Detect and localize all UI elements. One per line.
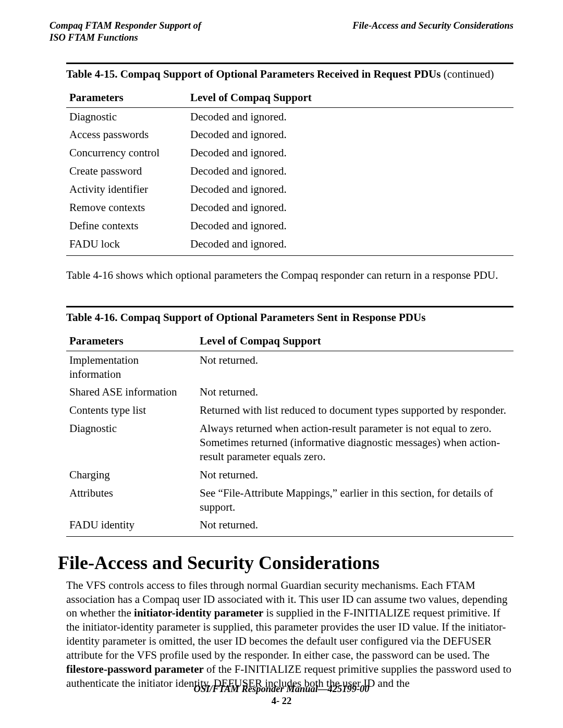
table-row: Activity identifierDecoded and ignored. <box>66 180 513 199</box>
param-cell: Attributes <box>66 484 197 516</box>
table-4-15-caption-main: Table 4-15. Compaq Support of Optional P… <box>66 68 440 80</box>
table-row: Implementation informationNot returned. <box>66 351 513 383</box>
param-cell: Concurrency control <box>66 144 187 162</box>
param-cell: Create password <box>66 162 187 180</box>
param-cell: FADU lock <box>66 235 187 255</box>
table-row: Shared ASE informationNot returned. <box>66 383 513 401</box>
table-4-15-col1: Parameters <box>66 89 187 108</box>
support-cell: Decoded and ignored. <box>187 144 513 162</box>
table-4-15: Table 4-15. Compaq Support of Optional P… <box>66 63 513 255</box>
table-row: DiagnosticAlways returned when action-re… <box>66 419 513 466</box>
table-row: Contents type listReturned with list red… <box>66 401 513 419</box>
table-4-16-col1: Parameters <box>66 332 197 351</box>
header-right-text: File-Access and Security Considerations <box>352 20 513 31</box>
param-cell: Diagnostic <box>66 107 187 126</box>
param-cell: Charging <box>66 466 197 484</box>
table-row: Remove contextsDecoded and ignored. <box>66 199 513 217</box>
table-row: FADU lockDecoded and ignored. <box>66 235 513 255</box>
param-cell: Remove contexts <box>66 199 187 217</box>
intertable-paragraph: Table 4-16 shows which optional paramete… <box>66 268 513 282</box>
param-cell: Implementation information <box>66 351 197 383</box>
section-heading: File-Access and Security Considerations <box>58 552 513 574</box>
table-row: FADU identityNot returned. <box>66 516 513 536</box>
table-row: Create passwordDecoded and ignored. <box>66 162 513 180</box>
support-cell: Not returned. <box>197 516 513 536</box>
table-row: AttributesSee “File-Attribute Mappings,”… <box>66 484 513 516</box>
body-bold-2: filestore-password parameter <box>66 663 204 675</box>
support-cell: Decoded and ignored. <box>187 126 513 144</box>
support-cell: Returned with list reduced to document t… <box>197 401 513 419</box>
table-4-15-body: DiagnosticDecoded and ignored.Access pas… <box>66 107 513 255</box>
footer-page-number: 4- 22 <box>0 695 563 707</box>
param-cell: Contents type list <box>66 401 197 419</box>
header-left-line2: ISO FTAM Functions <box>50 32 138 43</box>
support-cell: Not returned. <box>197 383 513 401</box>
page-header: Compaq FTAM Responder Support of ISO FTA… <box>50 20 513 44</box>
table-row: Access passwordsDecoded and ignored. <box>66 126 513 144</box>
header-right: File-Access and Security Considerations <box>352 20 513 44</box>
param-cell: Diagnostic <box>66 419 197 466</box>
param-cell: FADU identity <box>66 516 197 536</box>
param-cell: Activity identifier <box>66 180 187 199</box>
table-4-15-caption-cont: (continued) <box>440 68 494 80</box>
page-content: Table 4-15. Compaq Support of Optional P… <box>50 44 513 690</box>
support-cell: Decoded and ignored. <box>187 199 513 217</box>
table-4-16-grid: Parameters Level of Compaq Support Imple… <box>66 332 513 537</box>
footer-docnum: 425199-00 <box>327 684 369 694</box>
table-row: Concurrency controlDecoded and ignored. <box>66 144 513 162</box>
support-cell: Decoded and ignored. <box>187 235 513 255</box>
support-cell: Not returned. <box>197 351 513 383</box>
table-row: DiagnosticDecoded and ignored. <box>66 107 513 126</box>
support-cell: Not returned. <box>197 466 513 484</box>
table-4-15-col2: Level of Compaq Support <box>187 89 513 108</box>
table-4-16: Table 4-16. Compaq Support of Optional P… <box>66 306 513 537</box>
table-row: ChargingNot returned. <box>66 466 513 484</box>
support-cell: Decoded and ignored. <box>187 217 513 235</box>
body-bold-1: initiator-identity parameter <box>134 607 263 619</box>
section-body-paragraph: The VFS controls access to files through… <box>66 578 513 690</box>
page-footer: OSI/FTAM Responder Manual—425199-00 4- 2… <box>0 683 563 707</box>
support-cell: Always returned when action-result param… <box>197 419 513 466</box>
param-cell: Shared ASE information <box>66 383 197 401</box>
table-4-16-caption: Table 4-16. Compaq Support of Optional P… <box>66 311 513 325</box>
table-row: Define contextsDecoded and ignored. <box>66 217 513 235</box>
footer-manual-line: OSI/FTAM Responder Manual—425199-00 <box>0 683 563 695</box>
support-cell: Decoded and ignored. <box>187 180 513 199</box>
param-cell: Define contexts <box>66 217 187 235</box>
table-4-16-col2: Level of Compaq Support <box>197 332 513 351</box>
table-4-15-caption: Table 4-15. Compaq Support of Optional P… <box>66 67 513 81</box>
support-cell: Decoded and ignored. <box>187 107 513 126</box>
footer-manual-title: OSI/FTAM Responder Manual <box>193 684 318 694</box>
support-cell: Decoded and ignored. <box>187 162 513 180</box>
table-4-16-body: Implementation informationNot returned.S… <box>66 351 513 537</box>
support-cell: See “File-Attribute Mappings,” earlier i… <box>197 484 513 516</box>
header-left-line1: Compaq FTAM Responder Support of <box>50 20 201 31</box>
param-cell: Access passwords <box>66 126 187 144</box>
table-4-15-grid: Parameters Level of Compaq Support Diagn… <box>66 89 513 256</box>
header-left: Compaq FTAM Responder Support of ISO FTA… <box>50 20 201 44</box>
